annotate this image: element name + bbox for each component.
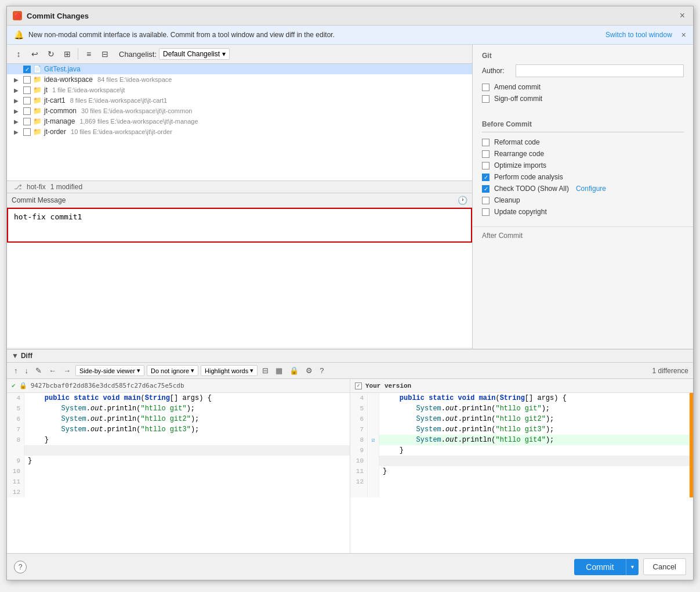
configure-link[interactable]: Configure xyxy=(576,185,606,193)
after-commit-section: After Commit xyxy=(473,226,693,248)
perform-code-analysis-row: ✓ Perform code analysis xyxy=(482,173,684,181)
close-button[interactable]: × xyxy=(677,10,687,21)
diff-lock-button[interactable]: 🔒 xyxy=(287,365,301,376)
ignore-whitespace-label: Do not ignore xyxy=(151,367,189,374)
cleanup-checkbox[interactable] xyxy=(482,197,489,204)
commit-message-body[interactable] xyxy=(7,243,472,347)
file-checkbox-gittest[interactable]: ✓ xyxy=(23,66,31,73)
diff-settings-button[interactable]: ⊟ xyxy=(260,365,271,376)
file-checkbox-jt-manage[interactable] xyxy=(23,118,31,125)
help-button[interactable]: ? xyxy=(14,561,27,573)
reformat-code-label: Reformat code xyxy=(494,138,540,146)
perform-code-analysis-checkbox[interactable]: ✓ xyxy=(482,174,489,181)
right-panel: Git Author: Amend commit xyxy=(473,45,693,349)
highlight-mode-dropdown[interactable]: Highlight words ▾ xyxy=(201,365,257,376)
side-by-side-viewer-label: Side-by-side viewer xyxy=(79,367,135,374)
tree-item-jt-common[interactable]: ▶ 📁 jt-common 30 files E:\idea-workspace… xyxy=(7,106,472,116)
file-checkbox-jt-common[interactable] xyxy=(23,107,31,115)
sign-off-commit-checkbox[interactable] xyxy=(482,95,489,103)
optimize-imports-checkbox[interactable] xyxy=(482,162,489,169)
diff-help-button[interactable]: ? xyxy=(317,365,326,376)
tree-item-jt-order[interactable]: ▶ 📁 jt-order 10 files E:\idea-workspace\… xyxy=(7,127,472,137)
check-todo-row: ✓ Check TODO (Show All) Configure xyxy=(482,185,684,193)
commit-message-area: Commit Message 🕐 hot-fix commit1 xyxy=(7,193,472,349)
refresh-button[interactable]: ↻ xyxy=(44,47,58,61)
commit-message-input[interactable]: hot-fix commit1 xyxy=(7,208,472,243)
commit-message-history-button[interactable]: 🕐 xyxy=(458,196,467,205)
ignore-whitespace-dropdown[interactable]: Do not ignore ▾ xyxy=(147,365,198,376)
tree-item-jt-manage[interactable]: ▶ 📁 jt-manage 1,869 files E:\idea-worksp… xyxy=(7,116,472,127)
file-tree: ✓ 📄 GitTest.java ▶ 📁 idea-workspace 84 f… xyxy=(7,64,472,181)
left-check-icon: ✔ xyxy=(12,382,16,389)
reformat-code-checkbox[interactable] xyxy=(482,139,489,146)
diff-toolbar: ↑ ↓ ✎ ← → Side-by-side viewer ▾ Do not i… xyxy=(7,363,693,379)
git-section: Git Author: Amend commit xyxy=(473,45,693,113)
amend-commit-label: Amend commit xyxy=(494,83,541,91)
filter-button[interactable]: ⊟ xyxy=(98,47,112,61)
switch-to-tool-window-link[interactable]: Switch to tool window xyxy=(605,31,672,39)
file-checkbox-idea-workspace[interactable] xyxy=(23,76,31,84)
file-checkbox-jt-order[interactable] xyxy=(23,128,31,136)
right-line-numbers: 4 5 6 7 8 9 10 11 12 xyxy=(350,393,368,497)
right-version-label: Your version xyxy=(365,382,411,389)
rearrange-code-checkbox[interactable] xyxy=(482,150,489,158)
toolbar-separator xyxy=(78,48,78,60)
diff-count: 1 difference xyxy=(652,367,689,375)
before-commit-section: Before Commit Reformat code Rearrange co… xyxy=(473,113,693,226)
after-commit-title: After Commit xyxy=(482,232,684,240)
window-title: Commit Changes xyxy=(27,12,673,20)
changelist-label: Changelist: xyxy=(119,50,157,59)
diff-title: Diff xyxy=(21,352,32,360)
side-by-side-viewer-dropdown[interactable]: Side-by-side viewer ▾ xyxy=(75,365,144,376)
tree-item-jt[interactable]: ▶ 📁 jt 1 file E:\idea-workspace\jt xyxy=(7,85,472,95)
diff-gear-button[interactable]: ⚙ xyxy=(303,365,315,376)
diff-columns-button[interactable]: ▦ xyxy=(273,365,285,376)
file-tree-toolbar: ↕ ↩ ↻ ⊞ ≡ ⊟ Changelist: Default Changeli… xyxy=(7,45,472,64)
rearrange-code-label: Rearrange code xyxy=(494,150,544,158)
info-text: New non-modal commit interface is availa… xyxy=(28,31,601,39)
right-version-checkbox[interactable]: ✓ xyxy=(355,382,362,389)
group-button[interactable]: ⊞ xyxy=(60,47,74,61)
commit-button[interactable]: Commit xyxy=(574,559,625,575)
reformat-code-row: Reformat code xyxy=(482,138,684,146)
left-code: public static void main(String[] args) {… xyxy=(24,393,350,497)
tree-item-idea-workspace[interactable]: ▶ 📁 idea-workspace 84 files E:\idea-work… xyxy=(7,74,472,85)
cancel-button[interactable]: Cancel xyxy=(643,558,686,575)
update-copyright-label: Update copyright xyxy=(494,208,547,216)
sort-button[interactable]: ≡ xyxy=(82,47,96,61)
check-todo-checkbox[interactable]: ✓ xyxy=(482,185,489,193)
amend-commit-checkbox[interactable] xyxy=(482,84,489,91)
undo-button[interactable]: ↩ xyxy=(28,47,42,61)
commit-dropdown-button[interactable]: ▾ xyxy=(626,559,639,575)
diff-right-pane: ✓ Your version 4 5 6 7 8 9 10 11 12 xyxy=(350,379,693,553)
title-bar: 🔴 Commit Changes × xyxy=(7,6,693,26)
update-copyright-checkbox[interactable] xyxy=(482,208,489,216)
commit-button-group: Commit ▾ xyxy=(574,559,638,575)
diff-left-header: ✔ 🔒 9427bcbaf0f2dd836e3dcd585fc27d6ac75e… xyxy=(7,379,350,393)
move-to-changelist-button[interactable]: ↕ xyxy=(12,47,26,61)
diff-prev-button[interactable]: ↑ xyxy=(12,365,20,376)
status-bar: ⎇ hot-fix 1 modified xyxy=(7,181,472,193)
info-icon: 🔔 xyxy=(14,30,24,39)
sign-off-commit-row: Sign-off commit xyxy=(482,95,684,103)
diff-edit-button[interactable]: ✎ xyxy=(33,365,44,376)
diff-left-pane: ✔ 🔒 9427bcbaf0f2dd836e3dcd585fc27d6ac75e… xyxy=(7,379,350,553)
diff-back-button[interactable]: ← xyxy=(46,365,59,376)
file-checkbox-jt[interactable] xyxy=(23,86,31,94)
right-check-col: ☑ xyxy=(368,393,379,497)
diff-collapse-button[interactable]: ▼ xyxy=(12,352,19,360)
commit-message-label: Commit Message xyxy=(12,196,66,204)
sign-off-commit-label: Sign-off commit xyxy=(494,95,542,103)
tree-item-gittest[interactable]: ✓ 📄 GitTest.java xyxy=(7,64,472,74)
cleanup-label: Cleanup xyxy=(494,196,520,204)
tree-item-jt-cart1[interactable]: ▶ 📁 jt-cart1 8 files E:\idea-workspace\j… xyxy=(7,95,472,106)
changelist-dropdown[interactable]: Default Changelist ▾ xyxy=(159,48,230,60)
commit-message-header: Commit Message 🕐 xyxy=(7,193,472,208)
file-checkbox-jt-cart1[interactable] xyxy=(23,97,31,104)
diff-next-button[interactable]: ↓ xyxy=(23,365,31,376)
info-bar-dismiss-button[interactable]: × xyxy=(681,30,686,39)
info-bar: 🔔 New non-modal commit interface is avai… xyxy=(7,26,693,45)
lock-icon: 🔒 xyxy=(19,382,27,389)
author-input[interactable] xyxy=(516,64,684,77)
diff-forward-button[interactable]: → xyxy=(61,365,73,376)
